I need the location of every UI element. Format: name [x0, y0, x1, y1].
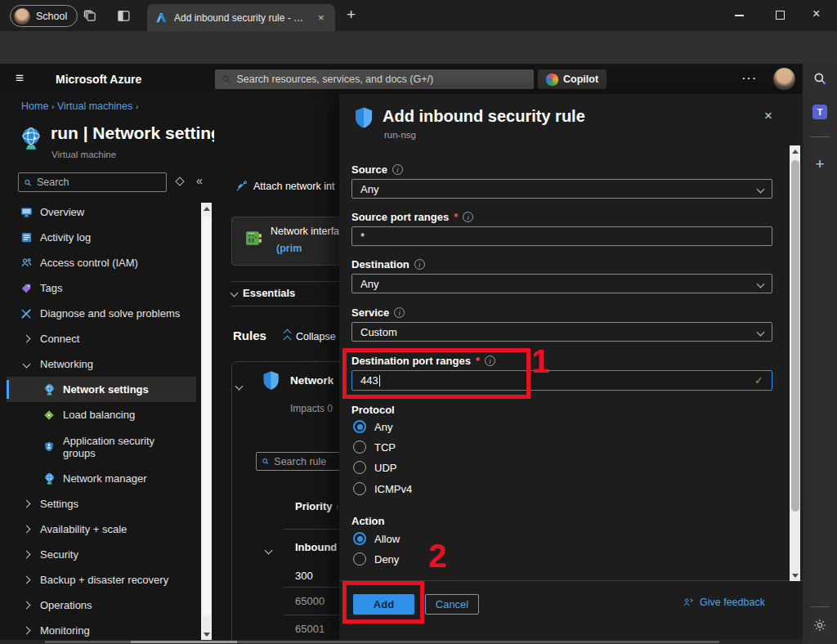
rule-priority-cell[interactable]: 65000 [295, 595, 325, 607]
teams-icon[interactable]: T [803, 105, 837, 119]
protocol-option-icmpv4[interactable]: ICMPv4 [353, 481, 412, 497]
nsg-impact-text: Impacts 0 [290, 403, 333, 414]
sidebar-scrollbar[interactable] [201, 203, 212, 640]
window-maximize-button[interactable] [776, 11, 785, 20]
scrollbar-thumb[interactable] [203, 216, 211, 616]
scroll-down-icon[interactable] [790, 570, 800, 581]
radio-icon [353, 441, 366, 454]
account-avatar[interactable] [773, 68, 795, 90]
sidebar-group-networking[interactable]: Networking [7, 351, 196, 377]
network-globe-icon [43, 472, 56, 485]
new-tab-button[interactable]: + [347, 6, 356, 24]
sidebar-item-app-security-groups[interactable]: Application security groups [7, 427, 196, 466]
sidebar-add-icon[interactable]: + [803, 155, 837, 173]
sidebar-group-backup-dr[interactable]: Backup + disaster recovery [7, 567, 196, 593]
sidebar-group-monitoring[interactable]: Monitoring [7, 618, 196, 640]
cancel-button[interactable]: Cancel [425, 594, 479, 615]
sidebar-item-tags[interactable]: Tags [7, 275, 196, 301]
breadcrumb: Home › Virtual machines › [21, 101, 138, 112]
chevron-down-icon[interactable] [236, 379, 242, 391]
sidebar-group-security[interactable]: Security [7, 542, 196, 567]
network-interface-card[interactable]: Network interfa (prim [231, 217, 339, 266]
scrollbar-thumb[interactable] [791, 160, 799, 512]
chevron-down-icon[interactable] [266, 543, 271, 556]
destination-dropdown[interactable]: Any [351, 274, 772, 293]
sidebar-search-box[interactable] [18, 172, 167, 192]
sidebar-item-activity-log[interactable]: Activity log [7, 225, 196, 250]
sidebar-item-diagnose[interactable]: Diagnose and solve problems [7, 301, 196, 326]
sidebar-item-overview[interactable]: Overview [7, 199, 196, 225]
browser-profile-chip[interactable]: School [10, 5, 78, 27]
azure-search-box[interactable] [215, 69, 534, 89]
shield-icon [43, 441, 56, 454]
give-feedback-link[interactable]: Give feedback [683, 597, 765, 608]
azure-more-icon[interactable]: ··· [742, 72, 758, 84]
browser-tab[interactable]: Add inbound security rule - Micro × [147, 4, 335, 31]
rules-search-input[interactable] [274, 456, 339, 467]
copilot-button[interactable]: Copilot [538, 69, 606, 89]
sidebar-item-load-balancing[interactable]: Load balancing [7, 402, 196, 427]
sidebar-filter-icon[interactable] [175, 177, 184, 186]
sidebar-item-network-settings[interactable]: Network settings [7, 377, 196, 402]
sidebar-search-input[interactable] [37, 177, 161, 188]
scroll-down-icon[interactable] [201, 628, 212, 640]
radio-selected-icon [353, 420, 366, 433]
sidebar-group-availability-scale[interactable]: Availability + scale [7, 517, 196, 542]
sidebar-item-access-control[interactable]: Access control (IAM) [7, 250, 196, 275]
double-chevron-up-icon [284, 330, 290, 342]
azure-search-input[interactable] [236, 74, 527, 85]
tab-groups-icon[interactable] [82, 7, 98, 24]
attach-network-interface-button[interactable]: Attach network int [235, 180, 334, 192]
panel-scrollbar[interactable] [790, 145, 800, 581]
divider [231, 306, 339, 306]
primary-nic-link[interactable]: (prim [276, 243, 302, 254]
sidebar-collapse-icon[interactable]: « [196, 174, 203, 187]
source-port-ranges-input[interactable]: * [351, 226, 772, 246]
chevron-right-icon [20, 333, 33, 346]
window-bottom-edge [0, 640, 803, 644]
rules-search-box[interactable] [256, 452, 339, 471]
portal-menu-icon[interactable]: ≡ [16, 70, 24, 87]
page-subtitle: Virtual machine [51, 150, 116, 159]
azure-brand[interactable]: Microsoft Azure [56, 73, 141, 86]
service-label: Servicei [351, 306, 405, 319]
tools-icon [20, 307, 33, 320]
divider [231, 281, 339, 282]
priority-column-header[interactable]: Priority ↑ [295, 500, 339, 512]
action-option-allow[interactable]: Allow [353, 530, 400, 547]
annotation-step-2: 2 [428, 539, 446, 572]
panel-subtitle: run-nsg [384, 130, 416, 140]
sidebar-item-network-manager[interactable]: Network manager [7, 466, 196, 491]
protocol-option-any[interactable]: Any [353, 418, 392, 435]
vertical-tabs-icon[interactable] [115, 7, 132, 24]
tag-icon [20, 282, 33, 295]
protocol-option-udp[interactable]: UDP [353, 459, 396, 476]
breadcrumb-home-link[interactable]: Home [21, 101, 48, 112]
source-label: Sourcei [351, 163, 403, 176]
breadcrumb-vms-link[interactable]: Virtual machines [57, 101, 132, 112]
chevron-down-icon [20, 358, 33, 371]
source-dropdown[interactable]: Any [351, 179, 772, 199]
panel-close-icon[interactable]: × [764, 108, 772, 124]
scroll-up-icon[interactable] [790, 145, 800, 157]
collapse-all-button[interactable]: Collapse [284, 330, 336, 342]
sidebar-settings-gear-icon[interactable] [803, 618, 837, 633]
sidebar-search-icon[interactable] [803, 71, 837, 86]
rule-priority-cell[interactable]: 300 [295, 570, 313, 582]
protocol-option-tcp[interactable]: TCP [353, 439, 396, 455]
scroll-up-icon[interactable] [201, 203, 212, 214]
inbound-group-row[interactable]: Inbound [295, 541, 337, 553]
sidebar-group-operations[interactable]: Operations [7, 593, 196, 618]
window-minimize-button[interactable] [735, 15, 744, 16]
rail-divider-bottom [810, 606, 830, 607]
chevron-right-icon [20, 599, 33, 612]
essentials-toggle[interactable]: Essentials [231, 287, 295, 299]
service-dropdown[interactable]: Custom [351, 322, 772, 342]
sidebar-group-connect[interactable]: Connect [7, 326, 196, 351]
rule-priority-cell[interactable]: 65001 [295, 623, 325, 635]
tab-close-icon[interactable]: × [318, 11, 325, 24]
action-option-deny[interactable]: Deny [353, 551, 399, 567]
chevron-right-icon [20, 548, 33, 561]
window-close-button[interactable]: × [812, 7, 820, 21]
sidebar-group-settings[interactable]: Settings [7, 491, 196, 517]
